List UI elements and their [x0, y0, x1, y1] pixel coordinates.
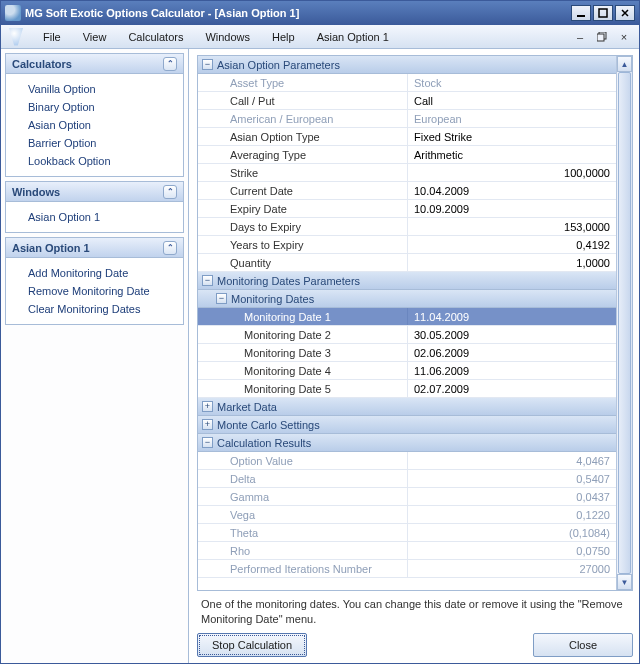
row-delta[interactable]: Delta0,5407 [198, 470, 616, 488]
sidebar-item-asian-option-1[interactable]: Asian Option 1 [6, 208, 183, 226]
row-gamma[interactable]: Gamma0,0437 [198, 488, 616, 506]
sidebar-item-remove-monitoring[interactable]: Remove Monitoring Date [6, 282, 183, 300]
svg-rect-0 [577, 15, 585, 17]
sidebar-item-lookback[interactable]: Lookback Option [6, 152, 183, 170]
panel-title: Asian Option 1 [12, 242, 90, 254]
menu-bar: File View Calculators Windows Help Asian… [1, 25, 639, 49]
menu-windows[interactable]: Windows [195, 28, 260, 46]
scroll-track[interactable] [617, 72, 632, 574]
chevron-up-icon: ⌃ [163, 57, 177, 71]
row-strike[interactable]: Strike100,0000 [198, 164, 616, 182]
panel-title: Calculators [12, 58, 72, 70]
collapse-icon: − [216, 293, 227, 304]
property-grid: −Asian Option Parameters Asset TypeStock… [197, 55, 633, 591]
svg-rect-3 [597, 34, 604, 41]
panel-header-windows[interactable]: Windows ⌃ [6, 182, 183, 202]
row-days-to-expiry[interactable]: Days to Expiry153,0000 [198, 218, 616, 236]
chevron-up-icon: ⌃ [163, 185, 177, 199]
section-monte-carlo[interactable]: +Monte Carlo Settings [198, 416, 616, 434]
mdi-restore-icon[interactable] [593, 30, 611, 44]
row-expiry-date[interactable]: Expiry Date10.09.2009 [198, 200, 616, 218]
menu-file[interactable]: File [33, 28, 71, 46]
stop-calculation-button[interactable]: Stop Calculation [197, 633, 307, 657]
collapse-icon: − [202, 59, 213, 70]
panel-body: Add Monitoring Date Remove Monitoring Da… [6, 258, 183, 324]
help-text: One of the monitoring dates. You can cha… [197, 591, 633, 631]
row-monitoring-date-5[interactable]: Monitoring Date 502.07.2009 [198, 380, 616, 398]
main-area: −Asian Option Parameters Asset TypeStock… [189, 49, 639, 663]
mdi-close-icon[interactable]: × [615, 30, 633, 44]
menu-doc[interactable]: Asian Option 1 [307, 28, 399, 46]
collapse-icon: − [202, 437, 213, 448]
row-quantity[interactable]: Quantity1,0000 [198, 254, 616, 272]
section-monitoring-params[interactable]: −Monitoring Dates Parameters [198, 272, 616, 290]
mdi-minimize-icon[interactable]: – [571, 30, 589, 44]
row-years-to-expiry[interactable]: Years to Expiry0,4192 [198, 236, 616, 254]
collapse-icon: − [202, 275, 213, 286]
app-icon [5, 5, 21, 21]
section-market-data[interactable]: +Market Data [198, 398, 616, 416]
sidebar-item-asian[interactable]: Asian Option [6, 116, 183, 134]
sidebar-item-add-monitoring[interactable]: Add Monitoring Date [6, 264, 183, 282]
title-bar: MG Soft Exotic Options Calculator - [Asi… [1, 1, 639, 25]
row-option-value[interactable]: Option Value4,0467 [198, 452, 616, 470]
window-controls [571, 5, 635, 21]
row-current-date[interactable]: Current Date10.04.2009 [198, 182, 616, 200]
row-call-put[interactable]: Call / PutCall [198, 92, 616, 110]
panel-windows: Windows ⌃ Asian Option 1 [5, 181, 184, 233]
panel-body: Vanilla Option Binary Option Asian Optio… [6, 74, 183, 176]
row-asset-type[interactable]: Asset TypeStock [198, 74, 616, 92]
expand-icon: + [202, 401, 213, 412]
panel-header-asian-option[interactable]: Asian Option 1 ⌃ [6, 238, 183, 258]
sidebar-item-clear-monitoring[interactable]: Clear Monitoring Dates [6, 300, 183, 318]
close-button[interactable]: Close [533, 633, 633, 657]
scroll-thumb[interactable] [618, 72, 631, 574]
row-amer-eur[interactable]: American / EuropeanEuropean [198, 110, 616, 128]
row-asian-type[interactable]: Asian Option TypeFixed Strike [198, 128, 616, 146]
sidebar-item-vanilla[interactable]: Vanilla Option [6, 80, 183, 98]
funnel-icon [7, 28, 25, 46]
sidebar-item-binary[interactable]: Binary Option [6, 98, 183, 116]
row-theta[interactable]: Theta(0,1084) [198, 524, 616, 542]
row-monitoring-date-1[interactable]: Monitoring Date 111.04.2009 [198, 308, 616, 326]
button-row: Stop Calculation Close [197, 631, 633, 657]
section-results[interactable]: −Calculation Results [198, 434, 616, 452]
section-monitoring-dates[interactable]: −Monitoring Dates [198, 290, 616, 308]
panel-calculators: Calculators ⌃ Vanilla Option Binary Opti… [5, 53, 184, 177]
chevron-up-icon: ⌃ [163, 241, 177, 255]
panel-body: Asian Option 1 [6, 202, 183, 232]
panel-title: Windows [12, 186, 60, 198]
row-vega[interactable]: Vega0,1220 [198, 506, 616, 524]
row-iterations[interactable]: Performed Iterations Number27000 [198, 560, 616, 578]
section-asian-params[interactable]: −Asian Option Parameters [198, 56, 616, 74]
row-averaging-type[interactable]: Averaging TypeArithmetic [198, 146, 616, 164]
vertical-scrollbar[interactable]: ▲ ▼ [616, 56, 632, 590]
menu-calculators[interactable]: Calculators [118, 28, 193, 46]
menu-view[interactable]: View [73, 28, 117, 46]
content-area: Calculators ⌃ Vanilla Option Binary Opti… [1, 49, 639, 663]
minimize-icon[interactable] [571, 5, 591, 21]
row-monitoring-date-3[interactable]: Monitoring Date 302.06.2009 [198, 344, 616, 362]
row-monitoring-date-4[interactable]: Monitoring Date 411.06.2009 [198, 362, 616, 380]
panel-header-calculators[interactable]: Calculators ⌃ [6, 54, 183, 74]
svg-rect-1 [599, 9, 607, 17]
row-rho[interactable]: Rho0,0750 [198, 542, 616, 560]
close-icon[interactable] [615, 5, 635, 21]
panel-asian-option: Asian Option 1 ⌃ Add Monitoring Date Rem… [5, 237, 184, 325]
sidebar: Calculators ⌃ Vanilla Option Binary Opti… [1, 49, 189, 663]
scroll-up-icon[interactable]: ▲ [617, 56, 632, 72]
sidebar-item-barrier[interactable]: Barrier Option [6, 134, 183, 152]
expand-icon: + [202, 419, 213, 430]
row-monitoring-date-2[interactable]: Monitoring Date 230.05.2009 [198, 326, 616, 344]
menu-help[interactable]: Help [262, 28, 305, 46]
maximize-icon[interactable] [593, 5, 613, 21]
window-title: MG Soft Exotic Options Calculator - [Asi… [25, 7, 571, 19]
scroll-down-icon[interactable]: ▼ [617, 574, 632, 590]
